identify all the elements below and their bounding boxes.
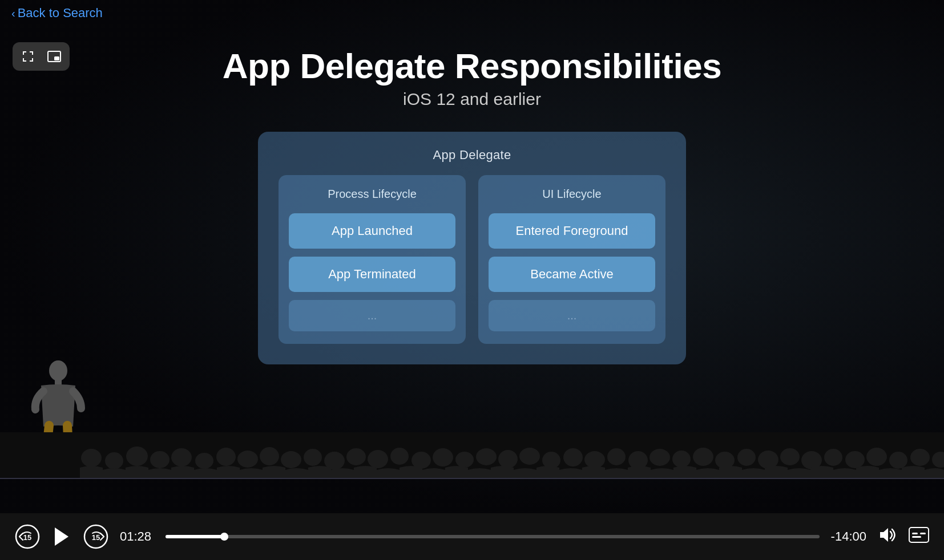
audience-area — [0, 432, 944, 478]
svg-point-33 — [649, 449, 670, 466]
svg-rect-55 — [920, 533, 926, 534]
svg-point-12 — [195, 453, 213, 469]
svg-point-15 — [260, 447, 279, 465]
entered-foreground-button: Entered Foreground — [489, 213, 655, 249]
svg-rect-1 — [54, 56, 59, 60]
svg-point-27 — [519, 448, 540, 465]
svg-point-7 — [81, 449, 102, 467]
svg-rect-53 — [909, 527, 929, 542]
svg-point-44 — [889, 452, 907, 469]
svg-marker-52 — [880, 528, 888, 542]
svg-text:15: 15 — [23, 533, 31, 542]
skip-back-button[interactable]: 15 — [15, 524, 40, 549]
svg-point-25 — [476, 448, 497, 465]
toolbar — [13, 42, 70, 71]
process-lifecycle-column: Process Lifecycle App Launched App Termi… — [279, 175, 466, 344]
process-lifecycle-ellipsis: ... — [289, 300, 455, 331]
play-button[interactable] — [51, 526, 72, 547]
captions-button[interactable] — [909, 527, 929, 546]
svg-point-39 — [780, 448, 800, 465]
progress-thumb — [220, 533, 228, 541]
svg-point-35 — [693, 448, 713, 466]
svg-rect-56 — [912, 536, 921, 538]
svg-point-16 — [281, 451, 301, 468]
svg-point-31 — [607, 448, 626, 465]
progress-fill — [166, 535, 224, 538]
ui-lifecycle-column: UI Lifecycle Entered Foreground Became A… — [478, 175, 665, 344]
svg-point-41 — [824, 449, 842, 466]
svg-point-29 — [563, 448, 583, 466]
svg-point-14 — [237, 451, 258, 468]
back-chevron-icon: ‹ — [11, 7, 15, 20]
svg-point-9 — [126, 447, 148, 466]
svg-point-17 — [304, 449, 322, 466]
slide-title: App Delegate Responsibilities — [223, 46, 721, 86]
video-area: App Delegate Responsibilities iOS 12 and… — [0, 0, 944, 513]
controls-bar: 15 15 01:28 -14:00 — [0, 513, 944, 560]
svg-point-34 — [672, 451, 691, 468]
slide-subtitle: iOS 12 and earlier — [403, 90, 541, 109]
svg-text:15: 15 — [92, 533, 100, 542]
diagram-columns: Process Lifecycle App Launched App Termi… — [279, 175, 665, 344]
svg-point-30 — [584, 451, 605, 468]
svg-point-8 — [105, 452, 123, 469]
svg-marker-49 — [55, 527, 68, 546]
svg-point-19 — [346, 448, 366, 465]
svg-point-26 — [498, 450, 518, 468]
process-lifecycle-title: Process Lifecycle — [328, 188, 417, 201]
svg-point-2 — [49, 360, 67, 381]
app-launched-button: App Launched — [289, 213, 455, 249]
svg-rect-54 — [912, 533, 918, 534]
time-remaining: -14:00 — [831, 529, 866, 544]
svg-point-21 — [390, 448, 409, 465]
pip-button[interactable] — [43, 46, 65, 67]
diagram-container: App Delegate Process Lifecycle App Launc… — [258, 132, 686, 364]
became-active-button: Became Active — [489, 257, 655, 292]
ui-lifecycle-ellipsis: ... — [489, 300, 655, 331]
app-terminated-button: App Terminated — [289, 257, 455, 292]
svg-point-37 — [737, 449, 756, 466]
svg-point-10 — [150, 451, 170, 468]
current-time: 01:28 — [120, 529, 154, 544]
svg-point-13 — [216, 448, 236, 466]
diagram-title: App Delegate — [279, 148, 665, 163]
volume-button[interactable] — [878, 527, 897, 546]
progress-bar[interactable] — [166, 535, 820, 538]
svg-point-45 — [910, 449, 930, 466]
back-to-search-link[interactable]: ‹ Back to Search — [0, 0, 114, 26]
svg-point-11 — [171, 448, 192, 466]
back-to-search-label: Back to Search — [18, 6, 103, 21]
fullscreen-button[interactable] — [17, 46, 39, 67]
svg-point-43 — [866, 448, 887, 466]
svg-point-42 — [845, 451, 865, 468]
svg-point-23 — [433, 448, 453, 466]
ui-lifecycle-title: UI Lifecycle — [542, 188, 601, 201]
svg-point-20 — [368, 450, 388, 468]
svg-point-24 — [455, 452, 474, 468]
skip-forward-button[interactable]: 15 — [83, 524, 108, 549]
